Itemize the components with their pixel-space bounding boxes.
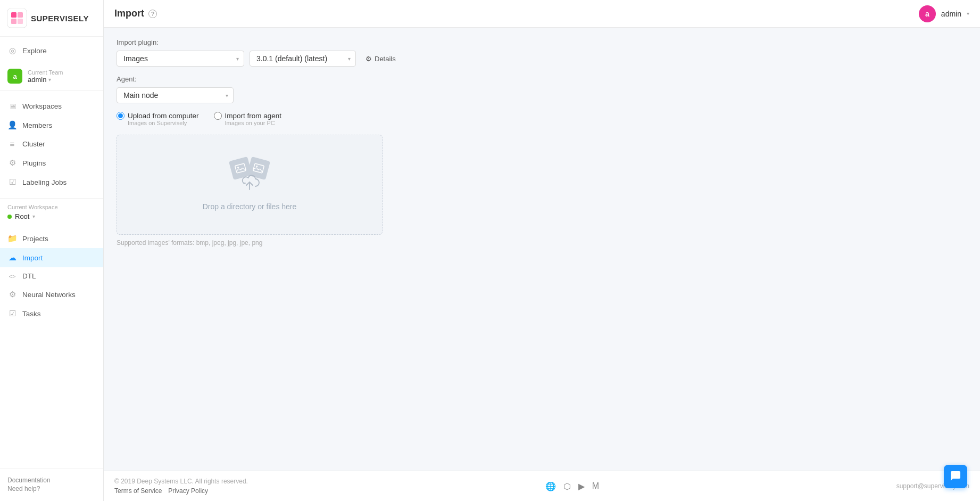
tasks-icon: ☑ [7, 309, 17, 318]
upload-cloud-icon [239, 175, 260, 196]
team-name[interactable]: admin ▾ [28, 76, 63, 84]
workspace-name[interactable]: Root ▾ [7, 210, 96, 223]
content-area: Import plugin: Images ▾ 3.0.1 (default) … [104, 28, 980, 471]
sidebar-footer: Documentation Need help? [0, 469, 103, 501]
upload-computer-label: Upload from computer [128, 112, 199, 120]
topbar: Import ? a admin ▾ [104, 0, 980, 28]
plugins-icon: ⚙ [7, 158, 17, 168]
sidebar-item-import[interactable]: ☁ Import [0, 248, 103, 267]
sidebar-item-projects[interactable]: 📁 Projects [0, 229, 103, 248]
projects-icon: 📁 [7, 234, 17, 243]
members-label: Members [22, 121, 52, 129]
team-avatar: a [7, 69, 22, 84]
image-svg-2 [252, 162, 265, 175]
team-nav: 🖥 Workspaces 👤 Members ≡ Cluster ⚙ Plugi… [0, 93, 103, 196]
dropzone[interactable]: Drop a directory or files here [117, 135, 383, 235]
app-name: SUPERVISELY [31, 14, 89, 23]
import-icon: ☁ [7, 253, 17, 262]
copyright-text: © 2019 Deep Systems LLC. All rights rese… [114, 478, 248, 485]
labeling-jobs-icon: ☑ [7, 177, 17, 187]
agent-select[interactable]: Main node [117, 87, 234, 103]
documentation-link[interactable]: Documentation [7, 477, 96, 484]
import-from-agent-option[interactable]: Import from agent Images on your PC [214, 112, 282, 126]
logo[interactable]: SUPERVISELY [0, 0, 103, 37]
workspace-section: Current Workspace Root ▾ [0, 201, 103, 225]
github-icon[interactable]: ⬡ [563, 481, 571, 491]
team-chevron-icon: ▾ [48, 77, 51, 83]
projects-label: Projects [22, 235, 48, 243]
user-name: admin [941, 10, 961, 18]
logo-icon [7, 9, 27, 28]
workspaces-icon: 🖥 [7, 102, 17, 111]
sidebar-item-explore[interactable]: ◎ Explore [0, 41, 103, 60]
workspace-status-dot [7, 215, 12, 219]
members-icon: 👤 [7, 120, 17, 130]
workspace-nav: 📁 Projects ☁ Import <> DTL ⚙ Neural Netw… [0, 225, 103, 327]
upload-computer-radio[interactable] [117, 112, 124, 120]
sidebar-item-workspaces[interactable]: 🖥 Workspaces [0, 97, 103, 116]
dtl-icon: <> [7, 273, 17, 280]
cluster-icon: ≡ [7, 139, 17, 149]
drop-icon-area [228, 159, 271, 196]
details-button[interactable]: ⚙ Details [361, 53, 400, 65]
upload-computer-sublabel: Images on Supervisely [117, 120, 199, 126]
version-select[interactable]: 3.0.1 (default) (latest) [250, 51, 356, 67]
import-agent-label: Import from agent [225, 112, 282, 120]
explore-icon: ◎ [7, 46, 17, 55]
page-title: Import [114, 8, 144, 19]
gear-icon: ⚙ [366, 55, 372, 63]
terms-link[interactable]: Terms of Service [114, 487, 162, 495]
import-agent-radio[interactable] [214, 112, 222, 120]
plugin-row: Images ▾ 3.0.1 (default) (latest) ▾ ⚙ De… [117, 51, 967, 67]
globe-icon[interactable]: 🌐 [545, 481, 556, 491]
sidebar-item-members[interactable]: 👤 Members [0, 116, 103, 135]
medium-icon[interactable]: M [592, 481, 599, 491]
drop-formats: Supported images' formats: bmp, jpeg, jp… [117, 239, 967, 247]
sidebar-item-tasks[interactable]: ☑ Tasks [0, 304, 103, 323]
footer-links: Terms of Service Privacy Policy [114, 487, 248, 495]
current-team-section: a Current Team admin ▾ [0, 64, 103, 88]
dtl-label: DTL [22, 272, 36, 280]
footer-left: © 2019 Deep Systems LLC. All rights rese… [114, 478, 248, 495]
sidebar-item-plugins[interactable]: ⚙ Plugins [0, 153, 103, 173]
chat-icon [950, 471, 961, 482]
svg-point-6 [237, 167, 239, 169]
chat-button[interactable] [944, 465, 967, 488]
source-radio-group: Upload from computer Images on Supervise… [117, 112, 967, 126]
top-nav: ◎ Explore [0, 37, 103, 64]
sidebar-item-dtl[interactable]: <> DTL [0, 267, 103, 285]
upload-from-computer-option[interactable]: Upload from computer Images on Supervise… [117, 112, 199, 126]
workspace-chevron-icon: ▾ [32, 213, 35, 219]
team-info: Current Team admin ▾ [28, 69, 63, 84]
svg-rect-4 [18, 19, 23, 24]
user-area[interactable]: a admin ▾ [919, 5, 969, 22]
svg-rect-1 [11, 12, 16, 18]
svg-rect-3 [11, 19, 16, 24]
footer-icons: 🌐 ⬡ ▶ M [545, 481, 599, 491]
plugin-select[interactable]: Images [117, 51, 244, 67]
sidebar-item-labeling-jobs[interactable]: ☑ Labeling Jobs [0, 173, 103, 192]
sidebar-item-cluster[interactable]: ≡ Cluster [0, 135, 103, 153]
svg-rect-2 [18, 12, 23, 18]
plugins-label: Plugins [22, 159, 46, 167]
cluster-label: Cluster [22, 140, 45, 148]
help-link[interactable]: Need help? [7, 485, 96, 492]
svg-rect-0 [7, 9, 27, 28]
sidebar-item-neural-networks[interactable]: ⚙ Neural Networks [0, 285, 103, 304]
import-label: Import [22, 254, 43, 262]
privacy-link[interactable]: Privacy Policy [168, 487, 208, 495]
user-chevron-icon: ▾ [967, 11, 969, 17]
youtube-icon[interactable]: ▶ [578, 481, 585, 491]
help-tooltip-icon[interactable]: ? [148, 10, 157, 18]
agent-label: Agent: [117, 75, 967, 83]
plugin-select-wrapper: Images ▾ [117, 51, 244, 67]
explore-label: Explore [22, 47, 47, 55]
cloud-upload-svg [239, 175, 260, 192]
plugin-label: Import plugin: [117, 38, 967, 46]
agent-row: Main node ▾ [117, 87, 967, 103]
current-team-label: Current Team [28, 69, 63, 76]
user-avatar: a [919, 5, 936, 22]
svg-point-8 [256, 166, 258, 168]
image-svg-1 [234, 162, 247, 175]
labeling-jobs-label: Labeling Jobs [22, 178, 67, 186]
